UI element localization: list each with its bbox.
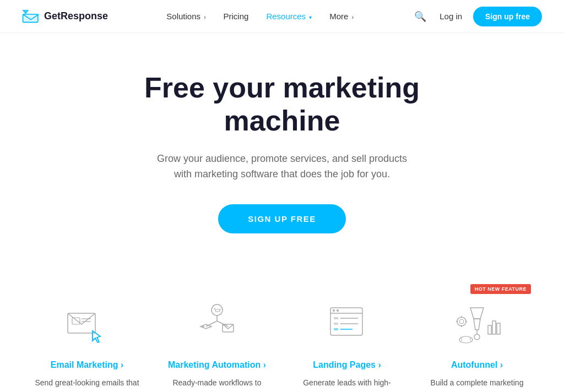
svg-rect-35 [488,325,491,334]
logo[interactable]: GetResponse [22,10,108,23]
solutions-link[interactable]: Solutions › [166,12,205,21]
more-link[interactable]: More › [329,12,354,21]
marketing-automation-desc: Ready-made workflows to welcome, win bac… [163,377,271,392]
svg-point-13 [203,326,204,328]
svg-marker-7 [93,331,100,342]
brand-name: GetResponse [44,10,108,22]
autofunnel-title[interactable]: Autofunnel › [423,360,531,370]
resources-arrow: ▾ [309,14,312,20]
more-arrow: › [352,14,354,20]
svg-rect-4 [72,318,80,324]
login-button[interactable]: Log in [440,12,462,21]
feature-card-landing-pages: Landing Pages › Generate leads with high… [282,288,412,392]
nav-item-resources[interactable]: Resources ▾ [266,12,312,21]
autofunnel-icon [449,300,505,349]
email-marketing-title[interactable]: Email Marketing › [33,360,141,370]
solutions-arrow: › [204,14,205,20]
features-section: Email Marketing › Send great-looking ema… [0,261,564,392]
svg-marker-25 [470,308,484,319]
svg-line-10 [206,321,217,326]
nav-right: 🔍 Log in Sign up free [412,7,542,26]
nav-item-pricing[interactable]: Pricing [224,12,249,21]
search-icon: 🔍 [414,11,426,22]
autofunnel-desc: Build a complete marketing campaign with… [423,377,531,392]
svg-rect-19 [334,317,338,319]
svg-point-17 [333,309,335,312]
hero-subtitle: Grow your audience, promote services, an… [150,151,414,183]
landing-pages-icon [319,300,375,349]
navbar: GetResponse Solutions › Pricing Resource… [0,0,564,33]
email-marketing-desc: Send great-looking emails that engage an… [33,377,141,392]
signup-button[interactable]: Sign up free [473,7,542,26]
marketing-automation-icon [189,300,245,349]
svg-rect-15 [330,308,362,335]
landing-pages-desc: Generate leads with high-converting land… [293,377,401,392]
landing-pages-title[interactable]: Landing Pages › [293,360,401,370]
feature-card-email-marketing: Email Marketing › Send great-looking ema… [22,288,152,392]
resources-link[interactable]: Resources ▾ [266,12,312,21]
search-button[interactable]: 🔍 [412,8,429,25]
svg-rect-23 [334,328,338,330]
hero-section: Free your marketing machine Grow your au… [0,33,564,261]
svg-point-28 [474,334,480,340]
svg-point-8 [212,304,223,315]
nav-links: Solutions › Pricing Resources ▾ More › [166,12,354,21]
hero-cta-button[interactable]: SIGN UP FREE [218,204,346,233]
email-marketing-icon [59,300,115,349]
nav-item-solutions[interactable]: Solutions › [166,12,205,21]
marketing-automation-title[interactable]: Marketing Automation › [163,360,271,370]
feature-card-autofunnel: HOT NEW FEATURE [412,288,542,392]
hero-title: Free your marketing machine [89,72,475,138]
pricing-link[interactable]: Pricing [224,12,249,21]
hot-badge: HOT NEW FEATURE [470,284,531,294]
svg-point-30 [459,319,464,324]
nav-item-more[interactable]: More › [329,12,354,21]
svg-rect-36 [492,321,496,334]
svg-point-18 [337,309,339,312]
svg-marker-26 [474,319,480,330]
logo-icon [22,10,40,23]
svg-point-29 [457,317,466,326]
svg-rect-21 [334,323,338,325]
svg-rect-37 [497,323,500,334]
feature-card-marketing-automation: Marketing Automation › Ready-made workfl… [152,288,282,392]
